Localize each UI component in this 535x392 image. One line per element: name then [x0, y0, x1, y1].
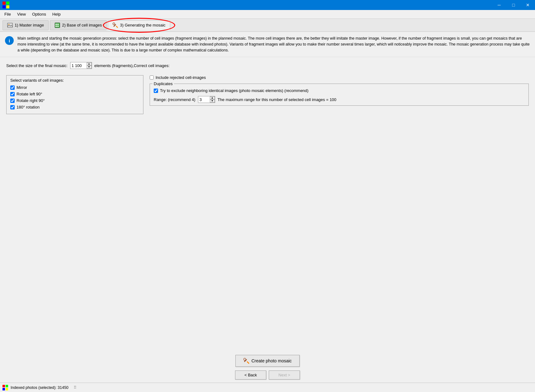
rotate-left-checkbox[interactable] [10, 92, 15, 96]
rotation-180-label: 180° rotation [17, 105, 40, 109]
range-row: Range: (recommend 4) ▲ ▼ The maximum ran… [154, 96, 525, 103]
svg-rect-3 [6, 5, 9, 8]
checkbox-mirror: Mirror [10, 85, 139, 90]
create-icon [243, 358, 249, 364]
menu-view[interactable]: View [14, 11, 29, 18]
svg-rect-17 [2, 385, 5, 387]
tab-base-cell[interactable]: 2) Base of cell images [50, 20, 107, 30]
statusbar: Indexed photos (selected): 31450 ⠿ [0, 383, 535, 392]
tab3-label: 3) Generating the mosaic [120, 23, 166, 27]
include-rejected-checkbox[interactable] [150, 75, 154, 80]
info-text: Main settings and starting the mosaic ge… [17, 36, 530, 53]
menubar: File View Options Help [0, 10, 535, 19]
app-logo [2, 2, 9, 8]
menu-options[interactable]: Options [29, 11, 49, 18]
try-exclude-checkbox[interactable] [154, 89, 158, 93]
menu-file[interactable]: File [1, 11, 14, 18]
tab-generating-mosaic[interactable]: 3) Generating the mosaic [108, 20, 170, 30]
svg-rect-18 [6, 385, 8, 387]
back-button[interactable]: < Back [235, 370, 266, 380]
size-label: Select the size of the final mosaic: [6, 63, 68, 68]
create-btn-label: Create photo mosaic [251, 358, 292, 363]
titlebar: ─ □ ✕ [0, 0, 535, 10]
tab1-label: 1) Master image [15, 23, 44, 27]
include-row: Include rejected cell-images [150, 75, 529, 80]
svg-rect-19 [2, 388, 5, 390]
two-col-layout: Select variants of cell images: Mirror R… [6, 75, 529, 114]
maximize-button[interactable]: □ [506, 0, 521, 10]
spinbox-arrows: ▲ ▼ [87, 62, 92, 69]
range-label: Range: (recommend 4) [154, 97, 195, 102]
tab2-label: 2) Base of cell images [62, 23, 102, 27]
minimize-button[interactable]: ─ [492, 0, 506, 10]
status-spinner: ⠿ [74, 385, 77, 390]
variants-title: Select variants of cell images: [10, 78, 139, 83]
duplicates-box: Duplicates Try to exclude neighboring id… [150, 84, 529, 106]
svg-point-5 [8, 24, 9, 25]
dup-content: Try to exclude neighboring identical ima… [154, 88, 525, 103]
range-spinbox[interactable]: ▲ ▼ [198, 96, 215, 103]
rotate-right-checkbox[interactable] [10, 99, 15, 103]
mosaic-size-spinbox[interactable]: ▲ ▼ [70, 62, 92, 69]
status-icon [2, 385, 8, 390]
mirror-label: Mirror [17, 85, 27, 90]
rotation-180-checkbox[interactable] [10, 105, 15, 109]
svg-rect-7 [55, 24, 57, 25]
checkbox-rotate-left: Rotate left 90° [10, 92, 139, 96]
svg-point-12 [113, 23, 115, 25]
nav-buttons: < Back Next > [235, 370, 300, 380]
size-suffix: elements (fragments),Correct cell images… [94, 63, 170, 68]
rotate-right-label: Rotate right 90° [17, 98, 45, 103]
range-input[interactable] [200, 97, 210, 102]
status-text: Indexed photos (selected): 31450 [11, 385, 69, 390]
svg-line-13 [116, 26, 118, 27]
bottom-section: Create photo mosaic < Back Next > [0, 355, 535, 380]
try-exclude-row: Try to exclude neighboring identical ima… [154, 88, 525, 93]
info-icon: i [5, 36, 14, 45]
right-panel: Include rejected cell-images Duplicates … [143, 75, 529, 114]
tab3-wrapper: 3) Generating the mosaic [108, 20, 170, 30]
window-controls: ─ □ ✕ [492, 0, 535, 10]
main-content: Select the size of the final mosaic: ▲ ▼… [0, 57, 535, 119]
svg-rect-9 [57, 24, 59, 25]
close-button[interactable]: ✕ [521, 0, 535, 10]
spinbox-down[interactable]: ▼ [87, 65, 92, 69]
info-box: i Main settings and starting the mosaic … [0, 32, 535, 57]
max-label: The maximum range for this number of sel… [218, 97, 336, 102]
include-label: Include rejected cell-images [156, 75, 206, 80]
checkbox-180: 180° rotation [10, 105, 139, 109]
svg-rect-1 [6, 2, 9, 5]
svg-rect-6 [55, 23, 60, 28]
menu-help[interactable]: Help [49, 11, 64, 18]
tabbar: 1) Master image 2) Base of cell images 3… [0, 19, 535, 32]
svg-rect-20 [6, 388, 8, 390]
range-up[interactable]: ▲ [210, 96, 215, 99]
svg-rect-4 [7, 23, 12, 27]
rotate-left-label: Rotate left 90° [17, 92, 42, 96]
svg-rect-14 [244, 359, 247, 362]
wrench-icon [113, 22, 118, 28]
variants-panel: Select variants of cell images: Mirror R… [6, 75, 143, 114]
svg-rect-10 [57, 26, 59, 27]
try-exclude-label: Try to exclude neighboring identical ima… [160, 88, 308, 93]
mirror-checkbox[interactable] [10, 85, 15, 90]
duplicates-title: Duplicates [152, 81, 174, 86]
tab-master-image[interactable]: 1) Master image [2, 20, 49, 30]
spinbox-up[interactable]: ▲ [87, 62, 92, 65]
svg-point-16 [244, 358, 246, 361]
next-button[interactable]: Next > [269, 370, 300, 380]
image-icon [7, 22, 13, 28]
range-down[interactable]: ▼ [210, 99, 215, 103]
mosaic-size-input[interactable] [72, 63, 87, 68]
create-mosaic-button[interactable]: Create photo mosaic [235, 355, 299, 367]
svg-rect-2 [2, 5, 6, 8]
checkbox-rotate-right: Rotate right 90° [10, 98, 139, 103]
database-icon [55, 22, 60, 28]
size-row: Select the size of the final mosaic: ▲ ▼… [6, 62, 529, 69]
svg-rect-0 [2, 2, 6, 5]
range-arrows: ▲ ▼ [210, 96, 215, 103]
svg-line-15 [247, 362, 249, 363]
svg-rect-8 [55, 26, 57, 27]
